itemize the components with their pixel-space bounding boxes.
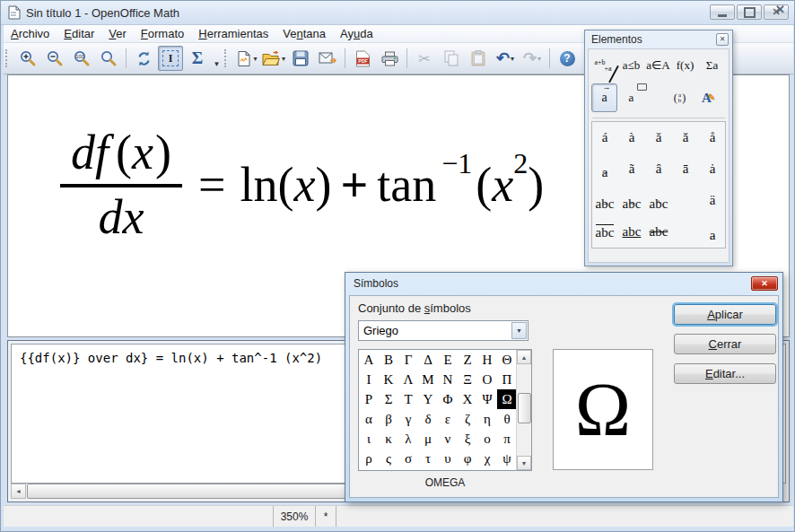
attribute-wide-tilde[interactable]: abc~ xyxy=(618,185,645,216)
redo-button[interactable]: ↷▾ xyxy=(520,46,545,71)
symbol-cell[interactable]: Ξ xyxy=(458,370,477,389)
symbol-cell[interactable]: Τ xyxy=(398,389,418,409)
symbol-cell[interactable]: Π xyxy=(497,370,517,389)
symbol-cell[interactable]: λ xyxy=(398,429,418,449)
menu-ver[interactable]: Ver xyxy=(101,25,134,42)
toolbar-overflow-button[interactable]: ▼ xyxy=(211,46,223,71)
scroll-up-button[interactable]: ▲ xyxy=(517,350,531,364)
export-pdf-button[interactable]: PDF xyxy=(350,46,375,71)
new-document-button[interactable]: ▾ xyxy=(234,46,259,71)
maximize-button[interactable] xyxy=(737,4,762,20)
attribute-double-dot[interactable]: ä xyxy=(699,185,726,216)
symbol-cell[interactable]: ς xyxy=(379,449,398,468)
toolbar-grip[interactable] xyxy=(224,49,231,67)
print-button[interactable] xyxy=(377,46,402,71)
combobox-dropdown-button[interactable]: ▼ xyxy=(511,322,527,339)
zoom-level[interactable]: 350% xyxy=(273,506,316,527)
symbol-cell[interactable]: κ xyxy=(379,429,398,449)
attribute-tilde[interactable]: ã xyxy=(618,153,645,185)
chevron-down-icon[interactable]: ▾ xyxy=(253,55,257,63)
editar-button[interactable]: Editar... xyxy=(674,363,776,384)
attribute-acute[interactable]: á xyxy=(591,122,618,153)
paste-button[interactable] xyxy=(466,46,491,71)
symbol-cell[interactable]: Ψ xyxy=(477,389,497,409)
zoom-100-button[interactable]: 100 xyxy=(69,46,94,71)
attribute-breve[interactable]: ă xyxy=(672,122,699,153)
symbol-cell[interactable]: Δ xyxy=(418,350,438,370)
symbol-cell[interactable]: σ xyxy=(398,449,418,468)
symbol-cell[interactable]: υ xyxy=(438,449,458,468)
title-bar[interactable]: Sin título 1 - OpenOffice Math ✕ xyxy=(1,1,794,25)
category-formats-button[interactable]: a xyxy=(618,83,644,112)
symbol-cell[interactable]: Ν xyxy=(438,370,458,389)
symbol-cell[interactable]: Ε xyxy=(438,350,458,370)
category-relations-button[interactable]: a≤b xyxy=(618,53,644,78)
attribute-wide-circumflex[interactable]: abc^ xyxy=(645,185,672,216)
category-unary-binary-operators-button[interactable]: +aa+b xyxy=(591,53,617,78)
category-set-operations-button[interactable]: a∈A xyxy=(645,53,671,78)
attribute-vector[interactable]: a→ xyxy=(591,153,618,185)
symbol-cell[interactable]: ι xyxy=(359,429,379,449)
symbol-cell[interactable]: ζ xyxy=(458,409,477,429)
scroll-left-button[interactable]: ◄ xyxy=(11,484,26,499)
attribute-dot[interactable]: ȧ xyxy=(699,153,726,185)
symbol-cell[interactable]: Φ xyxy=(438,389,458,409)
symbol-cell[interactable]: Η xyxy=(477,350,497,370)
attribute-underline[interactable]: abc xyxy=(618,216,645,248)
symbol-cell[interactable]: γ xyxy=(398,409,418,429)
symbol-cell[interactable]: Ι xyxy=(359,370,379,389)
symbol-cell[interactable]: τ xyxy=(418,449,438,468)
minimize-button[interactable] xyxy=(710,4,735,20)
help-button[interactable]: ? xyxy=(555,46,580,71)
category-others-button[interactable]: A✎ xyxy=(694,83,720,112)
attribute-triple-dot[interactable]: a··· xyxy=(699,216,726,248)
symbol-cell[interactable]: Ο xyxy=(477,370,497,389)
symbol-cell[interactable]: η xyxy=(477,409,497,429)
menu-ayuda[interactable]: Ayuda xyxy=(333,25,380,42)
vertical-scrollbar[interactable]: ▲ ▼ xyxy=(516,350,531,470)
attribute-overline[interactable]: abc xyxy=(591,216,618,248)
cut-button[interactable]: ✂ xyxy=(412,46,437,71)
category-operators-button[interactable]: Σa xyxy=(699,53,725,78)
symbol-cell[interactable]: Θ xyxy=(497,350,517,370)
symbol-cell[interactable]: Ζ xyxy=(458,350,477,370)
symbol-cell[interactable]: β xyxy=(379,409,398,429)
attribute-strikethrough[interactable]: abc xyxy=(645,216,672,248)
symbol-cell[interactable]: Λ xyxy=(398,370,418,389)
email-button[interactable] xyxy=(315,46,340,71)
attribute-reverse-circumflex[interactable]: ǎ xyxy=(645,122,672,153)
chevron-down-icon[interactable]: ▾ xyxy=(511,55,514,63)
undo-button[interactable]: ↶▾ xyxy=(493,46,518,71)
symbol-cell[interactable]: Β xyxy=(379,350,398,370)
save-button[interactable] xyxy=(288,46,313,71)
symbol-cell[interactable]: χ xyxy=(477,449,497,468)
symbol-cell[interactable]: Υ xyxy=(418,389,438,409)
attribute-wide-vector[interactable]: abc→ xyxy=(591,185,618,216)
menu-ventana[interactable]: Ventana xyxy=(275,25,333,42)
cerrar-button[interactable]: Cerrar xyxy=(674,334,776,354)
symbols-catalog-button[interactable]: Σ xyxy=(185,46,210,71)
symbol-cell[interactable]: φ xyxy=(458,449,477,468)
symbol-cell[interactable]: ρ xyxy=(359,449,379,468)
attribute-grave[interactable]: à xyxy=(618,122,645,153)
category-brackets-button[interactable]: (ab) xyxy=(667,83,693,112)
symbol-cell[interactable]: Γ xyxy=(398,350,418,370)
toolbar-grip[interactable] xyxy=(5,49,12,67)
menu-formato[interactable]: Formato xyxy=(134,25,191,42)
symbol-cell[interactable]: Α xyxy=(359,350,379,370)
zoom-optimal-button[interactable] xyxy=(96,46,121,71)
symbol-cell[interactable]: Ρ xyxy=(359,389,379,409)
symbols-dialog-close-button[interactable]: ✕ xyxy=(751,276,778,291)
symbol-cell[interactable]: ψ xyxy=(497,449,517,468)
symbol-cell[interactable]: Κ xyxy=(379,370,398,389)
elements-panel-close-button[interactable]: ✕ xyxy=(716,33,729,46)
symbol-cell[interactable]: θ xyxy=(497,409,517,429)
open-button[interactable]: ▾ xyxy=(261,46,286,71)
attribute-line-above[interactable]: ā xyxy=(672,153,699,185)
symbol-cell[interactable]: ο xyxy=(477,429,497,449)
category-attributes-button[interactable]: a→ xyxy=(591,83,617,112)
symbol-cell[interactable]: ν xyxy=(438,429,458,449)
symbol-set-combobox[interactable]: Griego ▼ xyxy=(358,320,529,341)
document-close-button[interactable]: ✕ xyxy=(773,2,788,17)
menu-editar[interactable]: Editar xyxy=(57,25,101,42)
